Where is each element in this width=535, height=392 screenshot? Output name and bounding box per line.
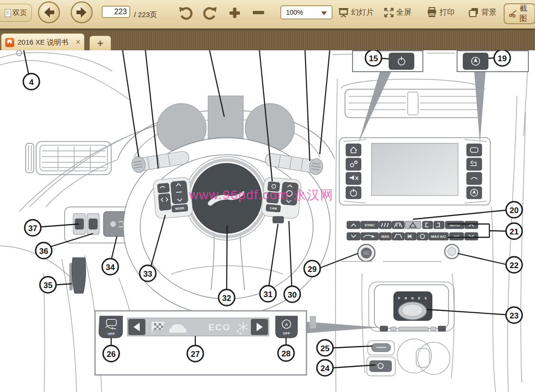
callout-20: 20: [506, 202, 522, 218]
svg-text:29: 29: [308, 265, 317, 274]
svg-text:N: N: [411, 297, 414, 300]
sync-button-label: SYNC: [365, 223, 375, 227]
tab-close-icon[interactable]: ×: [76, 38, 80, 46]
callout-26: 26: [103, 345, 119, 362]
back-button[interactable]: [38, 1, 60, 23]
ac-button-label: A/C: [454, 234, 460, 239]
page-total-label: / 223页: [134, 0, 157, 29]
zoom-in-icon: [228, 6, 241, 19]
callout-15: 15: [365, 50, 382, 66]
background-icon: [468, 7, 479, 18]
svg-text:31: 31: [264, 290, 273, 299]
tab-2016-xe-manual[interactable]: 2016 XE 说明书 ×: [1, 33, 85, 51]
svg-text:27: 27: [191, 350, 200, 359]
callout-33: 33: [140, 265, 156, 281]
forward-icon: [74, 4, 90, 20]
parking-brake-button: [370, 361, 392, 372]
tab-bar: 2016 XE 说明书 × +: [0, 29, 535, 50]
forward-button[interactable]: [71, 1, 93, 23]
zoom-out-icon: [252, 9, 265, 17]
wheel-left-cluster: MODE: [153, 177, 193, 219]
slideshow-icon: [338, 7, 349, 18]
svg-text:36: 36: [39, 247, 48, 256]
rotate-ccw-icon: [178, 6, 193, 21]
print-label: 打印: [439, 8, 455, 18]
cup-holders: [397, 339, 450, 374]
callout-32: 32: [219, 289, 235, 306]
callout-27: 27: [187, 345, 203, 362]
fullscreen-icon: [384, 8, 394, 18]
callout-19: 19: [494, 50, 510, 66]
tab-title: 2016 XE 说明书: [18, 38, 68, 47]
dsc-off-label: OFF: [108, 332, 115, 336]
gear-selector: P R N D S: [369, 282, 454, 331]
svg-text:R: R: [405, 297, 407, 300]
screenshot-button[interactable]: 截图: [504, 3, 535, 24]
slideshow-button[interactable]: 幻灯片: [338, 4, 374, 21]
svg-text:23: 23: [510, 311, 519, 320]
callout-25: 25: [317, 340, 333, 356]
svg-text:21: 21: [510, 227, 519, 236]
zoom-select[interactable]: 100%: [280, 5, 333, 19]
svg-text:P: P: [398, 297, 401, 300]
callout-28: 28: [278, 345, 294, 361]
callout-36: 36: [36, 243, 52, 259]
fullscreen-label: 全屏: [396, 8, 411, 18]
slideshow-label: 幻灯片: [351, 8, 374, 18]
new-tab-button[interactable]: +: [89, 36, 111, 51]
callout-4: 4: [23, 74, 39, 90]
eco-mode-label: ECO: [208, 322, 230, 332]
pdf-page-content: MODE CAM: [0, 50, 535, 392]
svg-text:37: 37: [29, 224, 38, 233]
touchscreen-panel: [339, 138, 490, 205]
center-console: SYNC AUTO MAX MAX A/C A/C: [335, 79, 490, 392]
svg-text:28: 28: [282, 349, 291, 358]
pdf-reader-toolbar: 双页 / 223页 100%: [0, 0, 535, 29]
svg-text:32: 32: [222, 294, 231, 303]
double-page-icon: [5, 9, 11, 17]
background-button[interactable]: 背景: [468, 4, 497, 21]
zoom-in-button[interactable]: [227, 6, 242, 19]
svg-text:D: D: [418, 297, 420, 300]
back-icon: [41, 4, 57, 20]
svg-text:35: 35: [44, 281, 53, 290]
dashboard-diagram: MODE CAM: [0, 50, 535, 392]
document-app-icon: [5, 38, 14, 47]
rotate-cw-button[interactable]: [202, 5, 219, 22]
callout-31: 31: [260, 286, 276, 302]
page-number-input[interactable]: [102, 6, 130, 18]
stopstart-a-label: A: [285, 322, 288, 327]
callout-34: 34: [102, 259, 118, 275]
svg-text:34: 34: [106, 263, 115, 272]
rotate-ccw-button[interactable]: [177, 5, 194, 22]
double-page-button[interactable]: 双页: [0, 4, 32, 22]
left-dash-controls: [26, 141, 138, 293]
watermark: www.96pdf.com 永汉网: [189, 188, 334, 202]
chevron-down-icon: [321, 11, 327, 15]
svg-text:24: 24: [321, 364, 330, 373]
svg-text:4: 4: [29, 78, 34, 87]
svg-text:15: 15: [369, 54, 378, 63]
cam-button-label: CAM: [269, 206, 277, 210]
callout-24: 24: [317, 360, 333, 376]
scissors-icon: [509, 9, 517, 19]
start-stop-button: [361, 248, 372, 259]
fullscreen-button[interactable]: 全屏: [384, 4, 411, 21]
svg-text:19: 19: [498, 54, 507, 63]
callout-30: 30: [284, 286, 300, 302]
callout-29: 29: [304, 261, 320, 277]
svg-text:26: 26: [107, 350, 116, 359]
screenshot-label: 截图: [519, 4, 530, 24]
max-button-label: MAX: [382, 234, 390, 239]
double-page-label: 双页: [13, 9, 27, 18]
callout-21: 21: [506, 223, 522, 239]
max-ac-button-label: MAX A/C: [431, 234, 446, 239]
plus-icon: +: [97, 37, 104, 50]
svg-text:30: 30: [288, 290, 297, 299]
svg-text:22: 22: [510, 261, 519, 270]
svg-text:33: 33: [143, 270, 153, 279]
zoom-out-button[interactable]: [251, 9, 266, 17]
callout-23: 23: [506, 307, 522, 323]
print-button[interactable]: 打印: [427, 4, 455, 21]
callout-35: 35: [40, 277, 56, 293]
